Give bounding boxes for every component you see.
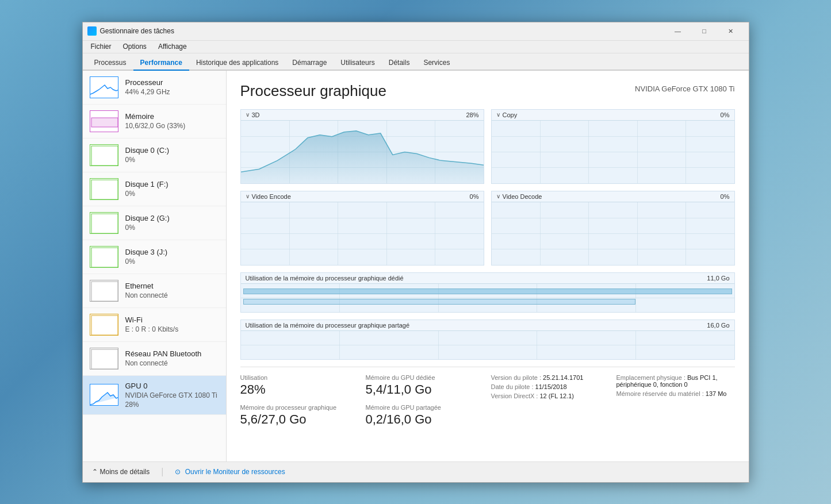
- grid-line: [635, 331, 636, 359]
- sidebar-info-wifi: Wi-Fi E : 0 R : 0 Kbits/s: [125, 316, 219, 333]
- chevron-decode[interactable]: ∨: [496, 193, 500, 199]
- svg-rect-5: [91, 282, 118, 301]
- grid-line: [241, 218, 484, 218]
- tab-historique[interactable]: Historique des applications: [189, 56, 285, 71]
- sidebar-val-cpu: 44% 4,29 GHz: [125, 88, 219, 96]
- sidebar-item-disk3[interactable]: Disque 3 (J:) 0%: [83, 240, 226, 274]
- info-block-1: Version du pilote : 25.21.14.1701 Date d…: [491, 374, 610, 427]
- tab-services[interactable]: Services: [416, 56, 457, 71]
- sidebar-info-cpu: Processeur 44% 4,29 GHz: [125, 78, 219, 96]
- grid-line: [686, 121, 686, 183]
- stat-utilisation-value: 28%: [240, 382, 359, 397]
- chevron-encode[interactable]: ∨: [246, 193, 250, 199]
- tab-processus[interactable]: Processus: [87, 56, 133, 71]
- tab-performance[interactable]: Performance: [133, 56, 189, 71]
- info-driver-date: Date du pilote : 11/15/2018: [491, 383, 610, 390]
- stat-shared-mem-value: 0,2/16,0 Go: [366, 412, 484, 427]
- sidebar-item-cpu[interactable]: Processeur 44% 4,29 GHz: [83, 71, 226, 105]
- chevron-copy[interactable]: ∨: [496, 111, 500, 118]
- sidebar-val-disk0: 0%: [125, 156, 219, 164]
- graph-3d-label-row: ∨ 3D 28%: [241, 110, 484, 120]
- sidebar-thumb-cpu: [90, 76, 118, 98]
- stat-shared-mem-label: Mémoire du GPU partagée: [366, 404, 484, 411]
- sidebar-item-disk0[interactable]: Disque 0 (C:) 0%: [83, 138, 226, 172]
- grid-line: [492, 249, 734, 249]
- svg-rect-0: [91, 118, 118, 127]
- graph-copy-label: Copy: [503, 111, 518, 118]
- mem-bar-shared-area: [241, 330, 734, 359]
- menu-affichage[interactable]: Affichage: [154, 41, 192, 52]
- sidebar-thumb-disk0: [90, 144, 118, 166]
- main-panel: Processeur graphique NVIDIA GeForce GTX …: [227, 71, 749, 461]
- graph-decode-label-row: ∨ Video Decode 0%: [492, 191, 734, 202]
- mem-bar-dedicated-label: Utilisation de la mémoire du processeur …: [246, 275, 404, 282]
- tab-utilisateurs[interactable]: Utilisateurs: [334, 56, 381, 71]
- grid-line: [637, 121, 638, 183]
- open-monitor-link[interactable]: ⊙ Ouvrir le Moniteur de ressources: [175, 468, 285, 476]
- sidebar-item-wifi[interactable]: Wi-Fi E : 0 R : 0 Kbits/s: [83, 308, 226, 342]
- stat-mem-gpu-value: 5,6/27,0 Go: [240, 412, 359, 427]
- info-directx: Version DirectX : 12 (FL 12.1): [491, 393, 610, 399]
- sidebar-val-mem: 10,6/32,0 Go (33%): [125, 122, 219, 130]
- svg-rect-1: [91, 146, 118, 166]
- sidebar-item-gpu[interactable]: GPU 0 NVIDIA GeForce GTX 1080 Ti 28%: [83, 376, 226, 415]
- less-detail-button[interactable]: ⌃ Moins de détails: [92, 468, 150, 476]
- sidebar-val-bt: Non connecté: [125, 359, 219, 367]
- graph-encode-label-left: ∨ Video Encode: [246, 193, 291, 200]
- grid-line: [241, 233, 484, 234]
- window-title: Gestionnaire des tâches: [100, 27, 665, 35]
- grid-line: [686, 202, 686, 265]
- maximize-button[interactable]: □: [691, 22, 718, 40]
- sidebar-val-disk2: 0%: [125, 224, 219, 232]
- mem-bar-dedicated-max: 11,0 Go: [707, 275, 729, 282]
- grid-line: [241, 345, 734, 345]
- minimize-button[interactable]: —: [665, 22, 691, 40]
- monitor-icon: ⊙: [175, 468, 181, 476]
- grid-line: [241, 249, 484, 249]
- graph-encode: ∨ Video Encode 0%: [240, 191, 484, 266]
- sidebar-thumb-gpu: [90, 384, 118, 406]
- stat-mem-gpu-label: Mémoire du processeur graphique: [240, 404, 359, 411]
- chevron-3d[interactable]: ∨: [246, 111, 250, 118]
- sidebar-item-eth[interactable]: Ethernet Non connecté: [83, 274, 226, 308]
- tab-demarrage[interactable]: Démarrage: [285, 56, 334, 71]
- info-driver-version: Version du pilote : 25.21.14.1701: [491, 374, 610, 381]
- window-controls: — □ ✕: [665, 22, 744, 40]
- titlebar: Gestionnaire des tâches — □ ✕: [83, 22, 749, 41]
- app-icon: [87, 26, 97, 36]
- grid-line: [289, 202, 290, 265]
- svg-rect-6: [91, 316, 118, 335]
- close-button[interactable]: ✕: [718, 22, 744, 40]
- sidebar-info-bt: Réseau PAN Bluetooth Non connecté: [125, 349, 219, 367]
- graph-3d: ∨ 3D 28%: [240, 109, 484, 184]
- graph-encode-area: [241, 202, 484, 265]
- svg-rect-7: [91, 349, 118, 369]
- graph-3d-label: 3D: [252, 111, 260, 118]
- graph-3d-pct: 28%: [466, 111, 478, 118]
- menu-fichier[interactable]: Fichier: [86, 41, 116, 52]
- sidebar-item-bt[interactable]: Réseau PAN Bluetooth Non connecté: [83, 342, 226, 376]
- sidebar-info-disk0: Disque 0 (C:) 0%: [125, 146, 219, 164]
- sidebar-info-mem: Mémoire 10,6/32,0 Go (33%): [125, 112, 219, 130]
- menubar: Fichier Options Affichage: [83, 41, 749, 53]
- tab-details[interactable]: Détails: [382, 56, 417, 71]
- sidebar-item-mem[interactable]: Mémoire 10,6/32,0 Go (33%): [83, 105, 226, 138]
- graph-encode-label-row: ∨ Video Encode 0%: [241, 191, 484, 202]
- sidebar-val-gpu-pct: 28%: [125, 401, 219, 409]
- sidebar-name-disk3: Disque 3 (J:): [125, 248, 219, 256]
- sidebar-item-disk1[interactable]: Disque 1 (F:) 0%: [83, 172, 226, 206]
- sidebar-name-disk1: Disque 1 (F:): [125, 180, 219, 188]
- task-manager-window: Gestionnaire des tâches — □ ✕ Fichier Op…: [82, 22, 749, 483]
- grid-line: [492, 218, 734, 218]
- mem-bar-dedicated-label-row: Utilisation de la mémoire du processeur …: [241, 273, 734, 283]
- grid-line: [435, 202, 435, 265]
- grid-line: [492, 167, 734, 168]
- svg-rect-2: [91, 180, 118, 199]
- grid-line: [588, 121, 589, 183]
- stat-gpu-mem: Mémoire du GPU dédiée 5,4/11,0 Go Mémoir…: [366, 374, 484, 427]
- sidebar-item-disk2[interactable]: Disque 2 (G:) 0%: [83, 206, 226, 240]
- menu-options[interactable]: Options: [118, 41, 151, 52]
- grid-line: [386, 202, 387, 265]
- sidebar-name-cpu: Processeur: [125, 78, 219, 87]
- tabbar: Processus Performance Historique des app…: [83, 53, 749, 71]
